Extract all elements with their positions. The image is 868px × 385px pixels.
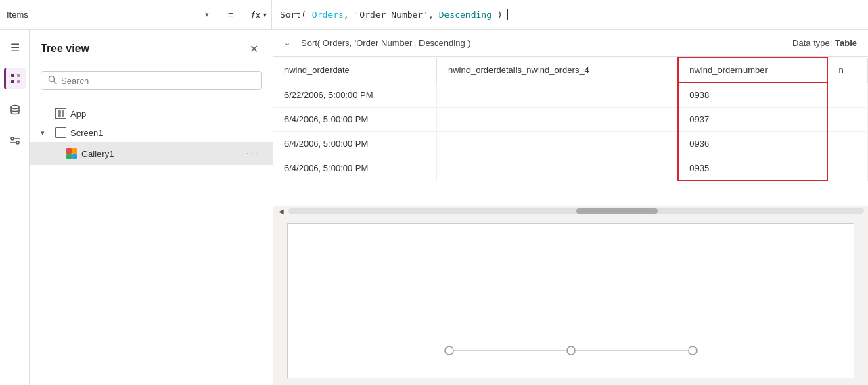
gallery1-more-button[interactable]: ··· [244,146,262,161]
fx-button[interactable]: fx ▾ [246,0,272,29]
table-cell-col3: 0938 [678,83,827,108]
cursor [507,9,513,20]
table-row: 6/4/2006, 5:00:00 PM0935 [273,156,868,181]
table-cell-col3: 0935 [678,156,827,181]
svg-rect-3 [17,80,20,83]
tree-header: Tree view ✕ [30,30,273,64]
table-cell-col3: 0937 [678,108,827,132]
table-row: 6/4/2006, 5:00:00 PM0936 [273,132,868,156]
canvas-box [287,223,854,378]
name-box-chevron[interactable]: ▾ [205,10,209,19]
database-icon[interactable] [4,99,26,120]
main-area: ☰ Tree v [0,30,868,385]
result-bar: ⌄ Sort( Orders, 'Order Number', Descendi… [273,30,868,57]
svg-line-10 [54,81,57,84]
table-cell-col4 [827,83,868,108]
scroll-track[interactable] [288,208,864,214]
svg-rect-1 [11,80,14,83]
svg-point-13 [567,346,575,355]
gallery-icon [66,148,77,159]
result-formula-text: Sort( Orders, 'Order Number', Descending… [301,38,471,48]
data-type-label: Data type: Table [792,38,857,48]
table-cell-col2 [436,83,678,108]
svg-point-4 [11,106,19,109]
table-cell-col1: 6/4/2006, 5:00:00 PM [273,156,436,181]
top-bar: ▾ = fx ▾ Sort( Orders, 'Order Number', D… [0,0,868,30]
col-header-orderdate: nwind_orderdate [273,58,436,83]
scroll-left-button[interactable]: ◀ [276,206,287,217]
screen1-chevron[interactable]: ▾ [41,129,51,137]
app-label: App [70,109,262,119]
gallery1-label: Gallery1 [81,149,239,159]
table-row: 6/4/2006, 5:00:00 PM0937 [273,108,868,132]
svg-point-5 [11,137,14,140]
table-cell-col1: 6/22/2006, 5:00:00 PM [273,83,436,108]
tree-close-button[interactable]: ✕ [246,41,262,57]
col-header-n: n [827,58,868,83]
search-icon [48,75,57,86]
table-cell-col1: 6/4/2006, 5:00:00 PM [273,108,436,132]
table-cell-col1: 6/4/2006, 5:00:00 PM [273,132,436,156]
tree-title: Tree view [41,43,89,55]
tree-panel: Tree view ✕ [30,30,273,385]
app-icon [55,108,66,119]
tree-search-wrap [30,64,273,97]
tree-item-screen1[interactable]: ▾ Screen1 [30,123,273,142]
left-toolbar: ☰ [0,30,30,385]
col-header-orderdetails: nwind_orderdetails_nwind_orders_4 [436,58,678,83]
table-cell-col4 [827,132,868,156]
search-input[interactable] [61,76,254,86]
screen1-label: Screen1 [70,128,262,138]
col-header-ordernumber: nwind_ordernumber [678,58,827,83]
tree-item-gallery1[interactable]: Gallery1 ··· [30,142,273,165]
table-cell-col4 [827,108,868,132]
hamburger-icon[interactable]: ☰ [4,37,26,58]
formula-name-box: ▾ [0,0,216,29]
formula-name-input[interactable] [7,9,201,20]
controls-icon[interactable] [4,130,26,152]
content-area: ⌄ Sort( Orders, 'Order Number', Descendi… [273,30,868,385]
table-row: 6/22/2006, 5:00:00 PM0938 [273,83,868,108]
scrollbar-area: ◀ [273,206,868,217]
table-cell-col4 [827,156,868,181]
table-cell-col2 [436,156,678,181]
table-cell-col2 [436,108,678,132]
table-cell-col3: 0936 [678,132,827,156]
equals-button[interactable]: = [216,0,246,29]
canvas-control-svg [442,344,700,357]
tree-item-app[interactable]: App [30,104,273,123]
svg-point-14 [689,346,697,355]
result-chevron[interactable]: ⌄ [284,39,290,47]
svg-rect-0 [11,74,14,77]
svg-point-6 [16,141,19,144]
scroll-thumb[interactable] [576,208,658,214]
canvas-area [273,217,868,385]
screen-icon [55,127,66,138]
svg-point-12 [445,346,453,355]
svg-rect-2 [17,74,20,77]
tree-view-icon[interactable] [4,68,26,89]
data-table: nwind_orderdate nwind_orderdetails_nwind… [273,57,868,181]
tree-search-box[interactable] [41,71,262,90]
tree-content: App ▾ Screen1 Gallery1 ··· [30,97,273,385]
fx-chevron: ▾ [262,11,266,18]
data-table-wrap[interactable]: nwind_orderdate nwind_orderdetails_nwind… [273,57,868,206]
formula-bar[interactable]: Sort( Orders, 'Order Number', Descending… [272,9,868,20]
table-cell-col2 [436,132,678,156]
